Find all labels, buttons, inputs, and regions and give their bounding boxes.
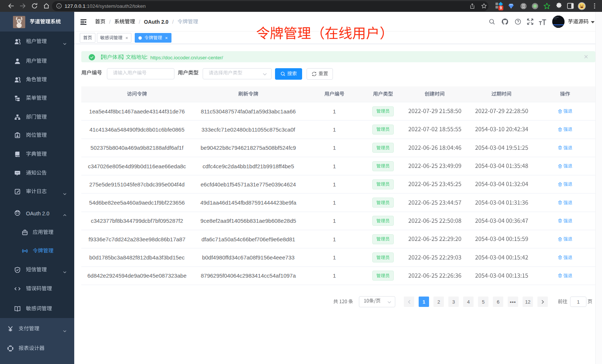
svg-text:9: 9: [500, 6, 502, 10]
